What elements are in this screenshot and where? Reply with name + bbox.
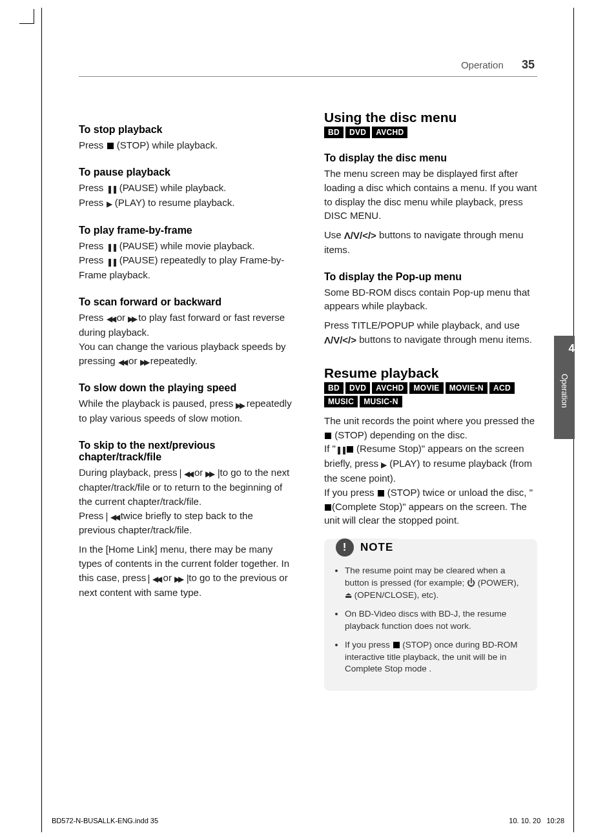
pause-icon (107, 254, 117, 269)
nav-arrows-icon: Λ/V/</> (324, 333, 356, 347)
stop-icon (325, 504, 331, 511)
format-chips: BD DVD AVCHD MOVIE MOVIE-N ACD MUSIC MUS… (324, 382, 537, 407)
skip-prev-icon (180, 466, 192, 480)
chip: AVCHD (372, 382, 407, 394)
body-text: Press TITLE/POPUP while playback, and us… (324, 318, 537, 347)
power-icon (467, 577, 475, 589)
alert-icon: ! (336, 538, 354, 557)
play-icon (381, 457, 387, 471)
body-text: Press (PAUSE) while playback. Press (PLA… (79, 181, 292, 210)
heading-skip: To skip to the next/previous chapter/tra… (79, 440, 292, 463)
section-name: Operation (461, 59, 504, 70)
footer: BD572-N-BUSALLK-ENG.indd 35 10. 10. 20 1… (52, 817, 564, 825)
note-title: NOTE (360, 541, 393, 554)
body-text: While the playback is paused, press repe… (79, 396, 292, 425)
thumb-tab: 4 Operation (554, 336, 575, 439)
running-header: Operation 35 (461, 58, 535, 72)
chip: DVD (345, 127, 370, 138)
chip: AVCHD (372, 127, 407, 138)
stop-icon (378, 490, 384, 497)
stop-icon (107, 143, 114, 149)
pause-icon (336, 442, 346, 456)
right-column: Using the disc menu BD DVD AVCHD To disp… (324, 110, 537, 691)
note-item: On BD-Video discs with BD-J, the resume … (345, 608, 526, 633)
body-text: Some BD-ROM discs contain Pop-up menu th… (324, 285, 537, 314)
body-text: In the [Home Link] menu, there may be ma… (79, 542, 292, 599)
note-item: The resume point may be cleared when a b… (345, 565, 526, 602)
chip: MUSIC-N (360, 396, 402, 407)
chip: MOVIE (409, 382, 443, 394)
body-text: Press or to play fast forward or fast re… (79, 311, 292, 368)
body-text: Use Λ/V/</> buttons to navigate through … (324, 228, 537, 257)
heading-stop: To stop playback (79, 124, 292, 136)
rewind-icon (107, 311, 114, 325)
body-text: Press (STOP) while playback. (79, 138, 292, 152)
heading-slow: To slow down the playing speed (79, 382, 292, 394)
body-text: Press (PAUSE) while movie playback. Pres… (79, 239, 292, 283)
note-item: If you press (STOP) once during BD-ROM i… (345, 639, 526, 676)
chip: MUSIC (324, 396, 358, 407)
fast-forward-icon (236, 398, 243, 412)
note-list: The resume point may be cleared when a b… (336, 565, 526, 675)
chip: BD (324, 382, 344, 394)
heading-pause: To pause playback (79, 167, 292, 178)
body-text: During playback, press or to go to the n… (79, 466, 292, 537)
fast-forward-icon (128, 311, 136, 325)
tab-number: 4 (569, 342, 575, 355)
left-column: To stop playback Press (STOP) while play… (79, 110, 292, 691)
content-columns: To stop playback Press (STOP) while play… (79, 110, 537, 691)
chip: MOVIE-N (446, 382, 488, 394)
note-header: ! NOTE (336, 538, 403, 557)
heading-scan: To scan forward or backward (79, 296, 292, 308)
page-number: 35 (522, 58, 535, 71)
stop-icon (347, 446, 353, 453)
header-rule (79, 76, 537, 77)
rewind-icon (118, 354, 126, 369)
heading-frame: To play frame-by-frame (79, 225, 292, 236)
stop-icon (393, 642, 400, 648)
body-text: The menu screen may be displayed first a… (324, 167, 537, 223)
tab-label: Operation (560, 374, 569, 408)
skip-prev-icon (149, 571, 160, 586)
chip: DVD (345, 382, 370, 394)
stop-icon (325, 433, 331, 439)
skip-next-icon (174, 571, 186, 586)
footer-datetime: 10. 10. 20 10:28 (509, 817, 564, 825)
fast-forward-icon (140, 354, 148, 369)
heading-display-disc: To display the disc menu (324, 152, 537, 164)
page: Operation 35 4 Operation To stop playbac… (0, 0, 616, 840)
heading-disc-menu: Using the disc menu (324, 110, 537, 125)
skip-prev-icon (107, 509, 118, 524)
body-text: The unit records the point where you pre… (324, 414, 537, 528)
pause-icon (107, 181, 117, 196)
play-icon (107, 196, 112, 210)
chip: ACD (489, 382, 515, 394)
crop-mark (19, 9, 34, 24)
chip: BD (324, 127, 344, 138)
footer-file: BD572-N-BUSALLK-ENG.indd 35 (52, 817, 158, 825)
note-box: ! NOTE The resume point may be cleared w… (324, 539, 537, 691)
heading-resume: Resume playback (324, 365, 537, 381)
heading-popup: To display the Pop-up menu (324, 271, 537, 283)
format-chips: BD DVD AVCHD (324, 127, 537, 138)
nav-arrows-icon: Λ/V/</> (344, 229, 376, 243)
trim-line-left (41, 8, 43, 832)
skip-next-icon (205, 466, 217, 480)
eject-icon (345, 589, 352, 602)
pause-icon (107, 240, 117, 254)
